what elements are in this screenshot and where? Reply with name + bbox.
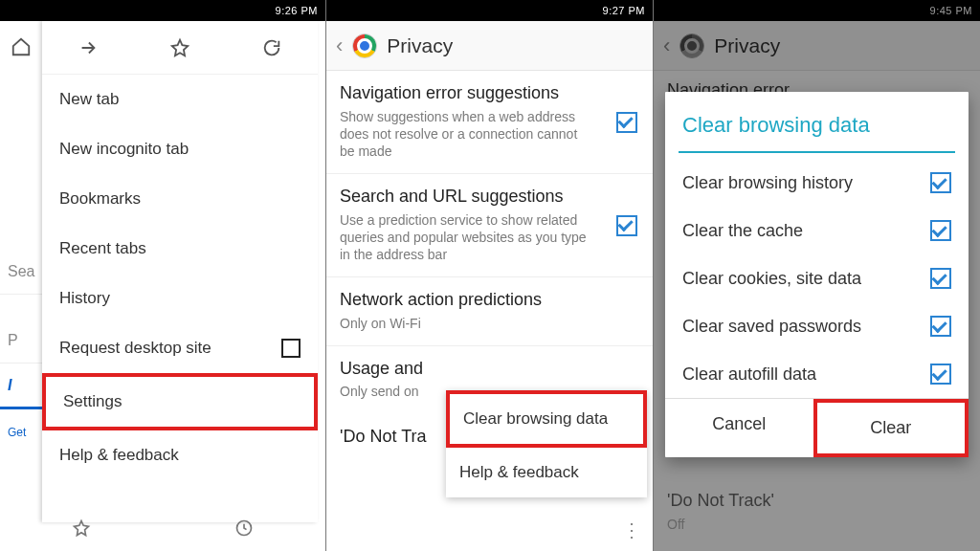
checkbox-checked-icon[interactable] — [616, 112, 637, 133]
pref-title: Search and URL suggestions — [340, 186, 639, 208]
menu-new-incognito[interactable]: New incognito tab — [42, 124, 318, 174]
option-passwords[interactable]: Clear saved passwords — [665, 302, 969, 350]
checkbox-checked-icon[interactable] — [930, 364, 951, 385]
header-bar: ‹ Privacy — [326, 21, 653, 71]
bg-dnt-sub: Off — [667, 517, 684, 532]
menu-label: Recent tabs — [59, 239, 146, 258]
pref-search-suggest[interactable]: Search and URL suggestions Use a predict… — [326, 174, 653, 277]
menu-label: New tab — [59, 90, 119, 109]
menu-help[interactable]: Help & feedback — [42, 430, 318, 480]
menu-label: Help & feedback — [59, 446, 179, 465]
status-time: 9:27 PM — [603, 5, 645, 16]
dialog-separator — [679, 151, 955, 153]
screenshot-step-1: 9:26 PM Sea P I Get — [0, 0, 326, 551]
overflow-menu: New tab New incognito tab Bookmarks Rece… — [42, 21, 318, 522]
option-label: Clear saved passwords — [682, 317, 861, 337]
menu-request-desktop[interactable]: Request desktop site — [42, 323, 318, 373]
option-autofill[interactable]: Clear autofill data — [665, 350, 969, 398]
star-icon[interactable] — [169, 37, 190, 58]
screenshot-step-3: 9:45 PM ‹ Privacy Navigation error Clear… — [654, 0, 980, 551]
pref-title: Network action predictions — [340, 289, 639, 311]
clear-data-dialog: Clear browsing data Clear browsing histo… — [665, 92, 969, 457]
option-history[interactable]: Clear browsing history — [665, 159, 969, 207]
overflow-icon[interactable]: ⋮ — [622, 518, 639, 541]
pref-nav-error[interactable]: Navigation error suggestions Show sugges… — [326, 71, 653, 174]
menu-new-tab[interactable]: New tab — [42, 75, 318, 124]
option-label: Clear the cache — [682, 221, 803, 241]
dialog-actions: Cancel Clear — [665, 398, 969, 457]
checkbox-checked-icon[interactable] — [616, 215, 637, 236]
clear-button[interactable]: Clear — [813, 399, 969, 457]
cancel-button[interactable]: Cancel — [665, 399, 813, 457]
pref-network-predict[interactable]: Network action predictions Only on Wi-Fi — [326, 277, 653, 346]
pref-title: Navigation error suggestions — [340, 82, 639, 104]
pref-title: Usage and — [340, 358, 639, 380]
checkbox-checked-icon[interactable] — [930, 316, 951, 337]
menu-label: History — [59, 289, 110, 308]
forward-icon[interactable] — [78, 37, 99, 58]
bg-row: I — [0, 364, 42, 409]
bg-dnt-title: 'Do Not Track' — [667, 491, 774, 511]
popup-clear-browsing-data[interactable]: Clear browsing data — [446, 390, 647, 448]
history-clock-icon[interactable] — [163, 518, 325, 538]
bg-row: Get — [0, 409, 42, 455]
status-time: 9:26 PM — [276, 5, 318, 16]
menu-label: New incognito tab — [59, 140, 189, 159]
bg-row: P — [0, 318, 42, 364]
checkbox-unchecked-icon[interactable] — [281, 339, 301, 358]
menu-history[interactable]: History — [42, 274, 318, 323]
header-title: Privacy — [387, 34, 453, 57]
checkbox-checked-icon[interactable] — [930, 220, 951, 241]
menu-icon-row — [42, 21, 318, 75]
bottom-toolbar — [0, 505, 325, 551]
toolbar-left — [0, 21, 42, 61]
popup-help[interactable]: Help & feedback — [446, 448, 647, 497]
menu-label: Request desktop site — [59, 339, 212, 358]
status-bar: 9:27 PM — [326, 0, 653, 21]
menu-label: Settings — [63, 392, 122, 411]
back-icon[interactable]: ‹ — [336, 33, 343, 58]
context-popup: Clear browsing data Help & feedback — [446, 390, 647, 497]
option-label: Clear autofill data — [682, 364, 816, 385]
checkbox-checked-icon[interactable] — [930, 268, 951, 289]
menu-label: Bookmarks — [59, 189, 141, 209]
search-box-fragment[interactable]: Sea — [0, 249, 42, 295]
dialog-title: Clear browsing data — [665, 92, 969, 151]
checkbox-checked-icon[interactable] — [930, 172, 951, 193]
status-bar: 9:26 PM — [0, 0, 325, 21]
background-content: Sea P I Get — [0, 249, 42, 455]
option-label: Clear browsing history — [682, 173, 853, 193]
pref-subtitle: Use a prediction service to show related… — [340, 211, 639, 264]
menu-bookmarks[interactable]: Bookmarks — [42, 174, 318, 224]
pref-subtitle: Show suggestions when a web address does… — [340, 108, 639, 161]
bookmark-star-icon[interactable] — [0, 518, 163, 538]
option-cache[interactable]: Clear the cache — [665, 207, 969, 254]
reload-icon[interactable] — [261, 37, 282, 58]
pref-subtitle: Only on Wi-Fi — [340, 315, 639, 332]
option-label: Clear cookies, site data — [682, 269, 861, 289]
screenshot-step-2: 9:27 PM ‹ Privacy Navigation error sugge… — [326, 0, 654, 551]
menu-recent-tabs[interactable]: Recent tabs — [42, 224, 318, 274]
option-cookies[interactable]: Clear cookies, site data — [665, 254, 969, 302]
home-icon[interactable] — [7, 33, 35, 61]
chrome-logo-icon — [352, 33, 377, 58]
menu-settings[interactable]: Settings — [42, 373, 318, 430]
